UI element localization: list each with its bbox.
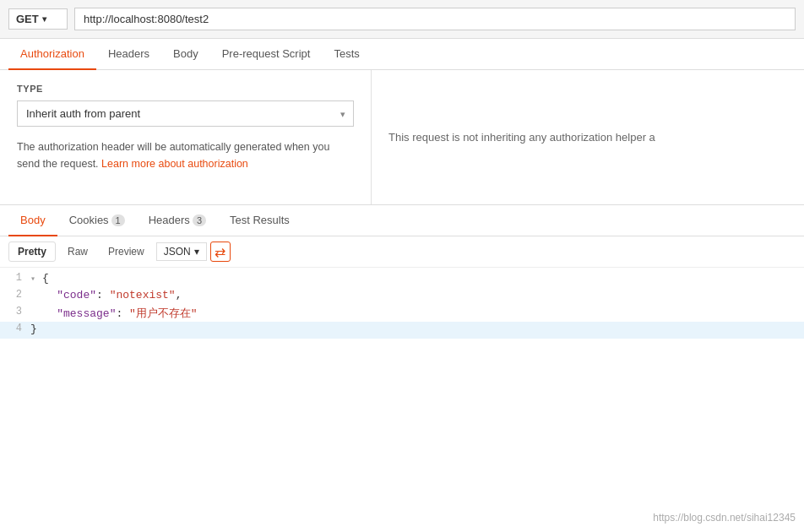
line-content-2: "code": "notexist", [30,289,804,301]
method-chevron: ▾ [42,14,46,24]
raw-button[interactable]: Raw [59,242,96,261]
wrap-lines-icon: ⇄ [215,244,225,260]
auth-learn-more-link[interactable]: Learn more about authorization [101,158,248,170]
tab-tests[interactable]: Tests [322,39,371,70]
auth-right-text: This request is not inheriting any autho… [388,131,655,144]
response-tabs: Body Cookies1 Headers3 Test Results [0,205,804,236]
line-content-1: ▾ { [30,272,804,285]
json-select-chevron-icon: ▾ [194,246,199,258]
tab-headers[interactable]: Headers [96,39,161,70]
watermark: https://blog.csdn.net/sihai12345 [653,512,796,524]
response-section: Body Cookies1 Headers3 Test Results Pret… [0,205,804,532]
tab-body[interactable]: Body [161,39,210,70]
auth-panel: TYPE Inherit auth from parent No Auth Be… [0,70,804,205]
headers-badge: 3 [193,214,206,226]
auth-select-wrapper: Inherit auth from parent No Auth Bearer … [17,100,354,127]
request-tabs: Authorization Headers Body Pre-request S… [0,39,804,70]
code-line-1: 1 ▾ { [0,271,804,288]
line-num-1: 1 [0,272,30,284]
line-content-4: } [30,323,804,335]
auth-description: The authorization header will be automat… [17,138,354,172]
auth-right: This request is not inheriting any autho… [372,70,804,204]
line-num-2: 2 [0,289,30,301]
method-label: GET [16,13,39,25]
code-line-3: 3 "message": "用户不存在" [0,305,804,322]
res-tab-test-results[interactable]: Test Results [218,205,302,236]
res-tab-body[interactable]: Body [8,205,57,236]
body-toolbar: Pretty Raw Preview JSON ▾ ⇄ [0,236,804,268]
res-tab-headers[interactable]: Headers3 [137,205,218,236]
code-line-2: 2 "code": "notexist", [0,288,804,305]
auth-type-select[interactable]: Inherit auth from parent No Auth Bearer … [17,100,354,127]
preview-button[interactable]: Preview [100,242,153,261]
auth-left: TYPE Inherit auth from parent No Auth Be… [0,70,372,204]
fold-arrow-icon: ▾ [30,274,41,284]
line-num-3: 3 [0,306,30,318]
auth-type-label: TYPE [17,84,354,94]
top-bar: GET ▾ [0,0,804,39]
url-input[interactable] [74,8,796,30]
json-format-select[interactable]: JSON ▾ [156,242,207,261]
tab-authorization[interactable]: Authorization [8,39,96,70]
res-tab-cookies[interactable]: Cookies1 [57,205,137,236]
pretty-button[interactable]: Pretty [8,242,56,262]
line-num-4: 4 [0,323,30,334]
line-content-3: "message": "用户不存在" [30,306,804,321]
wrap-icon[interactable]: ⇄ [210,242,231,262]
app-container: GET ▾ Authorization Headers Body Pre-req… [0,0,804,532]
cookies-badge: 1 [111,214,125,226]
code-display: 1 ▾ { 2 "code": "notexist", 3 "message":… [0,268,804,342]
method-select[interactable]: GET ▾ [8,8,68,30]
tab-pre-request-script[interactable]: Pre-request Script [210,39,323,70]
code-line-4: 4 } [0,322,804,339]
response-body-area: 1 ▾ { 2 "code": "notexist", 3 "message":… [0,268,804,532]
